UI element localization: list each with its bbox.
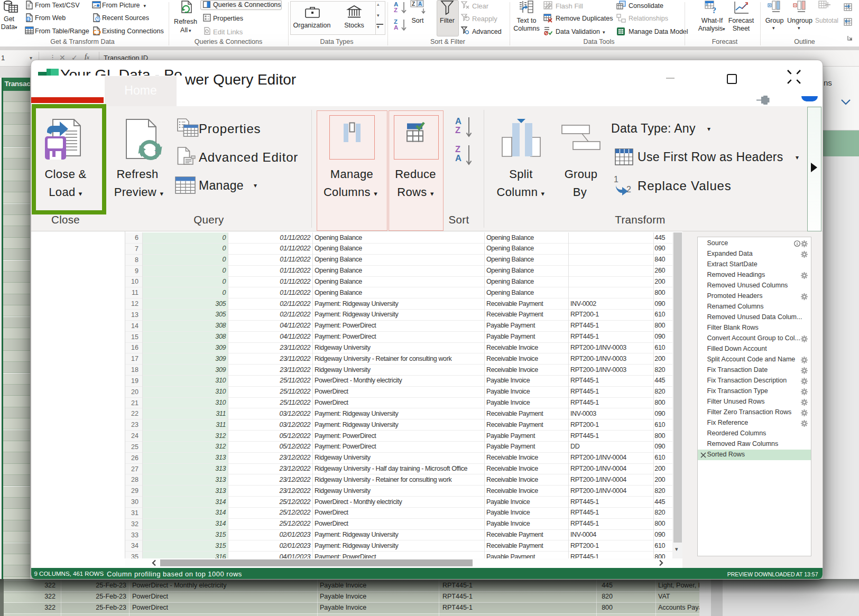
svg-text:?: ? bbox=[712, 6, 716, 15]
svg-text:Z: Z bbox=[412, 1, 415, 7]
svg-text:A: A bbox=[418, 1, 422, 7]
